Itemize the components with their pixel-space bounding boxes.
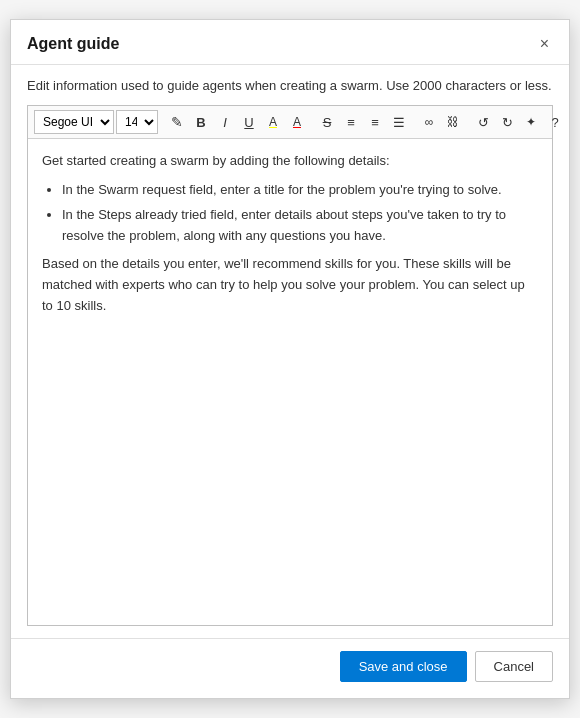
highlight-button[interactable]: ✎: [166, 110, 188, 134]
dialog-footer: Save and close Cancel: [11, 638, 569, 698]
editor-container: Segoe UI Arial Times New Roman 14 8 10 1…: [27, 105, 553, 626]
dialog-title: Agent guide: [27, 35, 119, 53]
dialog-header: Agent guide ×: [11, 20, 569, 65]
font-family-select[interactable]: Segoe UI Arial Times New Roman: [34, 110, 114, 134]
save-and-close-button[interactable]: Save and close: [340, 651, 467, 682]
underline-button[interactable]: U: [238, 110, 260, 134]
align-button[interactable]: ☰: [388, 110, 410, 134]
editor-list: In the Swarm request field, enter a titl…: [62, 180, 538, 246]
editor-list-item-1: In the Swarm request field, enter a titl…: [62, 180, 538, 201]
help-button[interactable]: ?: [544, 110, 566, 134]
font-size-select[interactable]: 14 8 10 12 16 18: [116, 110, 158, 134]
remove-link-button[interactable]: ∞: [418, 110, 440, 134]
editor-list-item-2: In the Steps already tried field, enter …: [62, 205, 538, 247]
italic-button[interactable]: I: [214, 110, 236, 134]
insert-link-button[interactable]: ⛓: [442, 110, 464, 134]
editor-conclusion: Based on the details you enter, we'll re…: [42, 254, 538, 316]
redo-button[interactable]: ↻: [496, 110, 518, 134]
undo-button[interactable]: ↺: [472, 110, 494, 134]
agent-guide-dialog: Agent guide × Edit information used to g…: [10, 19, 570, 699]
editor-intro: Get started creating a swarm by adding t…: [42, 151, 538, 172]
editor-content[interactable]: Get started creating a swarm by adding t…: [28, 139, 552, 625]
numbering-button[interactable]: ≡: [364, 110, 386, 134]
font-color-button[interactable]: A: [286, 110, 308, 134]
bold-button[interactable]: B: [190, 110, 212, 134]
dialog-description: Edit information used to guide agents wh…: [11, 65, 569, 105]
strikethrough-button[interactable]: S: [316, 110, 338, 134]
clean-format-button[interactable]: ✦: [520, 110, 542, 134]
close-button[interactable]: ×: [536, 34, 553, 54]
cancel-button[interactable]: Cancel: [475, 651, 553, 682]
text-highlight-button[interactable]: A: [262, 110, 284, 134]
bullets-button[interactable]: ≡: [340, 110, 362, 134]
editor-toolbar: Segoe UI Arial Times New Roman 14 8 10 1…: [28, 106, 552, 139]
